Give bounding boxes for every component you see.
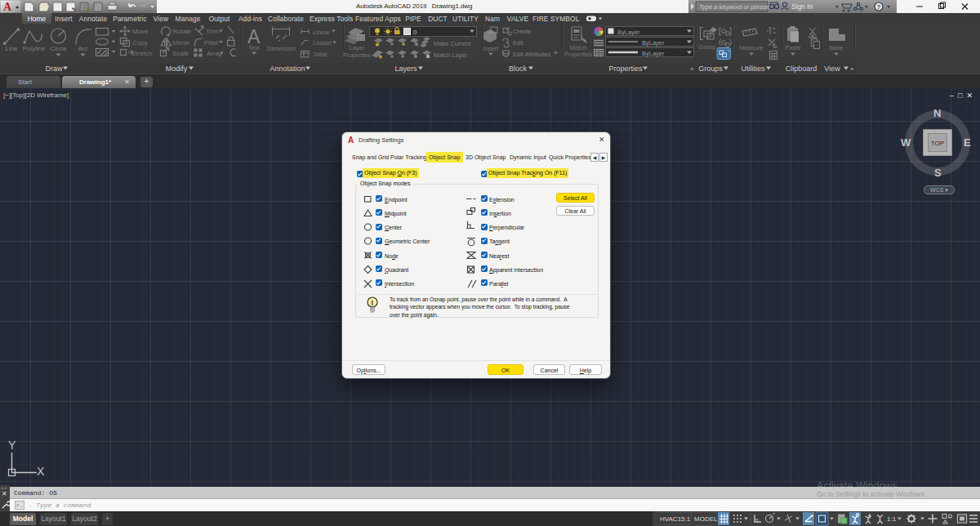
svg-text:Stretch: Stretch: [131, 50, 152, 57]
svg-text:Arc: Arc: [78, 45, 88, 52]
svg-text:»: »: [690, 65, 694, 73]
svg-text:Edit Attributes: Edit Attributes: [513, 51, 551, 58]
svg-text:»: »: [850, 65, 854, 73]
svg-text:A: A: [3, 1, 12, 13]
svg-text:?: ?: [877, 3, 881, 11]
svg-text:Leader: Leader: [313, 39, 332, 47]
svg-text:Linear: Linear: [313, 29, 330, 36]
svg-text:Move: Move: [132, 28, 149, 35]
svg-text:Annotation: Annotation: [270, 65, 305, 73]
svg-text:Clipboard: Clipboard: [786, 65, 817, 73]
svg-text:ByLayer: ByLayer: [617, 29, 640, 36]
svg-text:Properties: Properties: [564, 51, 592, 58]
svg-text:Groups: Groups: [698, 65, 723, 73]
svg-text:Trim: Trim: [206, 28, 219, 35]
svg-text:Mirror: Mirror: [172, 39, 189, 47]
svg-text:Rotate: Rotate: [172, 28, 192, 35]
svg-text:Create: Create: [513, 28, 532, 35]
svg-text:Properties: Properties: [608, 65, 643, 73]
svg-text:Match Layer: Match Layer: [434, 51, 468, 59]
svg-text:Make Current: Make Current: [434, 40, 471, 47]
svg-text:HVAC15:1: HVAC15:1: [660, 515, 691, 523]
svg-text:Properties: Properties: [343, 51, 371, 59]
svg-text:Group: Group: [699, 43, 716, 51]
svg-text:Table: Table: [313, 51, 327, 58]
svg-text:Array: Array: [207, 50, 222, 57]
svg-text:Paste: Paste: [785, 44, 800, 51]
svg-text:Fillet: Fillet: [204, 39, 219, 47]
svg-text:Insert: Insert: [483, 45, 500, 52]
svg-text:Text: Text: [248, 44, 261, 51]
svg-text:Scale: Scale: [172, 50, 189, 57]
svg-text:View: View: [824, 65, 840, 73]
svg-text:Dimension: Dimension: [267, 45, 296, 52]
svg-text:Y: Y: [8, 439, 16, 452]
svg-text:0: 0: [413, 29, 417, 36]
svg-text:!: !: [371, 299, 373, 307]
svg-text:Utilities: Utilities: [741, 65, 765, 73]
svg-text:MODEL: MODEL: [694, 515, 718, 523]
svg-text:Polyline: Polyline: [22, 45, 46, 52]
svg-text:ByLayer: ByLayer: [642, 39, 665, 47]
svg-text:Layers: Layers: [394, 65, 417, 73]
svg-text:Edit: Edit: [513, 39, 524, 47]
svg-text:Type a keyword or phrase: Type a keyword or phrase: [699, 3, 769, 11]
svg-text:Line: Line: [5, 45, 18, 52]
svg-text:Circle: Circle: [50, 45, 67, 52]
svg-text:Layer: Layer: [350, 44, 365, 51]
svg-text:Copy: Copy: [132, 39, 148, 47]
svg-text:Draw: Draw: [45, 65, 63, 73]
svg-text:Base: Base: [829, 44, 843, 51]
svg-text:Modify: Modify: [166, 65, 188, 73]
svg-text:1:1: 1:1: [887, 515, 897, 523]
svg-text:Block: Block: [509, 65, 528, 73]
svg-text:Sign In: Sign In: [791, 2, 813, 11]
svg-text:ByLayer: ByLayer: [642, 50, 665, 57]
svg-text:Measure: Measure: [739, 44, 763, 51]
svg-text:X: X: [37, 465, 45, 478]
